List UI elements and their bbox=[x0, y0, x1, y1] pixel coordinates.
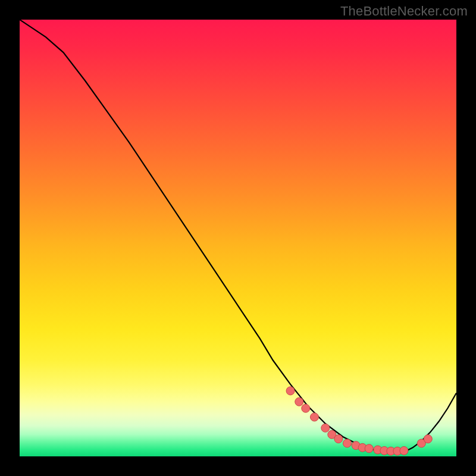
scatter-dot bbox=[400, 446, 408, 455]
plot-area bbox=[20, 20, 456, 456]
scatter-dot bbox=[295, 397, 303, 406]
chart-frame: TheBottleNecker.com bbox=[0, 0, 476, 476]
plot-svg bbox=[20, 20, 456, 456]
watermark-label: TheBottleNecker.com bbox=[340, 4, 468, 19]
scatter-dot bbox=[286, 387, 295, 395]
scatter-dot bbox=[365, 444, 373, 453]
gradient-background bbox=[20, 20, 456, 456]
scatter-dot bbox=[302, 404, 310, 412]
scatter-dot bbox=[424, 435, 432, 443]
scatter-dot bbox=[343, 439, 352, 447]
scatter-dot bbox=[321, 424, 330, 432]
scatter-dot bbox=[310, 413, 318, 421]
scatter-dot bbox=[334, 435, 343, 443]
